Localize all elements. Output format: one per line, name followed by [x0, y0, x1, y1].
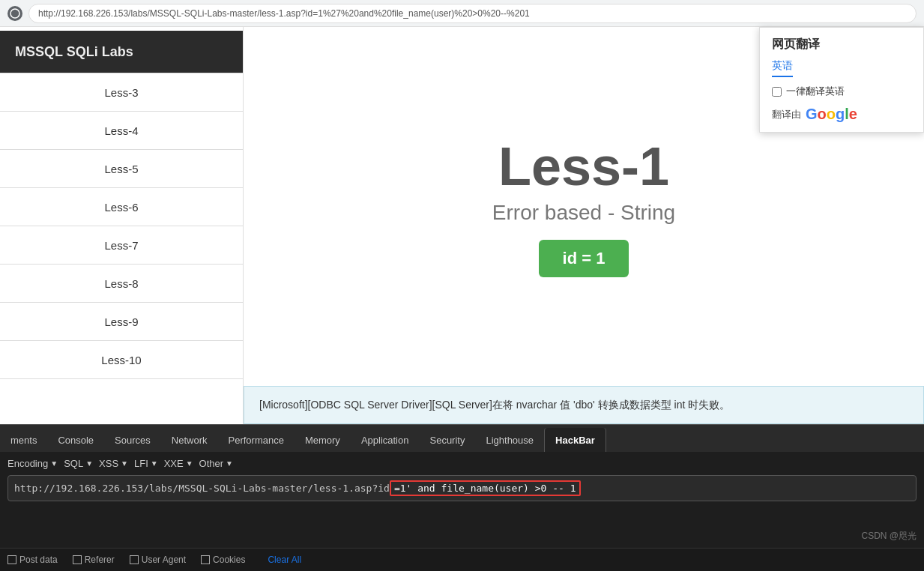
translate-checkbox[interactable]	[772, 87, 782, 97]
hackbar-url-row[interactable]: http://192.168.226.153/labs/MSSQL-SQLi-L…	[7, 475, 917, 501]
lfi-dropdown-arrow: ▼	[151, 459, 158, 468]
clear-all-button[interactable]: Clear All	[268, 555, 301, 565]
xss-dropdown-arrow: ▼	[121, 459, 128, 468]
referer-checkbox[interactable]	[73, 555, 82, 564]
translate-title: 网页翻译	[772, 37, 911, 52]
sidebar-item-less5[interactable]: Less-5	[0, 149, 243, 188]
hackbar-url-highlight[interactable]: =1' and file_name(user) >0 -- 1	[390, 480, 581, 496]
browser-icon	[7, 6, 22, 21]
sql-button[interactable]: SQL ▼	[64, 458, 93, 469]
translate-by-row: 翻译由 Google	[772, 106, 911, 123]
user-agent-checkbox[interactable]	[130, 555, 139, 564]
error-message: [Microsoft][ODBC SQL Server Driver][SQL …	[259, 399, 730, 411]
sidebar-item-less9[interactable]: Less-9	[0, 302, 243, 341]
lesson-title: Less-1	[498, 136, 669, 197]
xxe-dropdown-arrow: ▼	[186, 459, 193, 468]
devtools-panel: ments Console Sources Network Performanc…	[0, 424, 924, 571]
sidebar-item-less3[interactable]: Less-3	[0, 73, 243, 112]
cookies-label: Cookies	[213, 555, 245, 565]
referer-label: Referer	[85, 555, 115, 565]
sidebar-item-less8[interactable]: Less-8	[0, 264, 243, 303]
hackbar-footer: Post data Referer User Agent Cookies Cle…	[0, 548, 924, 571]
error-box: [Microsoft][ODBC SQL Server Driver][SQL …	[244, 386, 924, 424]
hackbar-panel: Encoding ▼ SQL ▼ XSS ▼ LFI ▼ XXE ▼ Other…	[0, 452, 924, 507]
watermark: CSDN @咫光	[861, 530, 917, 543]
lesson-subtitle: Error based - String	[492, 201, 675, 225]
svg-point-0	[10, 9, 19, 18]
hackbar-url-prefix: http://192.168.226.153/labs/MSSQL-SQLi-L…	[14, 483, 390, 494]
translate-by-label: 翻译由	[772, 108, 801, 121]
tab-security[interactable]: Security	[419, 428, 475, 452]
tab-memory[interactable]: Memory	[295, 428, 351, 452]
hackbar-toolbar: Encoding ▼ SQL ▼ XSS ▼ LFI ▼ XXE ▼ Other…	[7, 458, 917, 469]
app-title: MSSQL SQLi Labs	[15, 44, 133, 60]
tab-network[interactable]: Network	[161, 428, 218, 452]
encoding-dropdown-arrow: ▼	[50, 459, 58, 468]
devtools-tabs: ments Console Sources Network Performanc…	[0, 425, 924, 452]
post-data-checkbox[interactable]	[7, 555, 16, 564]
other-button[interactable]: Other ▼	[199, 458, 233, 469]
sidebar: MSSQL SQLi Labs Less-3 Less-4 Less-5 Les…	[0, 27, 244, 424]
user-agent-label: User Agent	[142, 555, 186, 565]
google-logo: Google	[806, 106, 857, 123]
xxe-button[interactable]: XXE ▼	[164, 458, 193, 469]
lesson-badge: id = 1	[539, 240, 629, 277]
translate-checkbox-row: 一律翻译英语	[772, 85, 911, 98]
encoding-button[interactable]: Encoding ▼	[7, 458, 58, 469]
tab-console[interactable]: Console	[47, 428, 104, 452]
post-data-item: Post data	[7, 555, 58, 565]
sql-dropdown-arrow: ▼	[85, 459, 93, 468]
lfi-button[interactable]: LFI ▼	[134, 458, 158, 469]
sidebar-item-less10[interactable]: Less-10	[0, 340, 243, 379]
app-header: MSSQL SQLi Labs	[0, 31, 243, 73]
tab-performance[interactable]: Performance	[218, 428, 295, 452]
user-agent-item: User Agent	[130, 555, 186, 565]
cookies-item: Cookies	[201, 555, 245, 565]
tab-application[interactable]: Application	[351, 428, 420, 452]
translate-checkbox-label: 一律翻译英语	[786, 85, 845, 98]
sidebar-item-less4[interactable]: Less-4	[0, 111, 243, 150]
translate-language[interactable]: 英语	[772, 59, 793, 77]
sidebar-item-less6[interactable]: Less-6	[0, 187, 243, 226]
browser-bar: http://192.168.226.153/labs/MSSQL-SQLi-L…	[0, 0, 924, 27]
sidebar-item-less7[interactable]: Less-7	[0, 226, 243, 265]
translate-popup: 网页翻译 英语 一律翻译英语 翻译由 Google	[759, 27, 924, 133]
referer-item: Referer	[73, 555, 115, 565]
url-text: http://192.168.226.153/labs/MSSQL-SQLi-L…	[38, 8, 530, 19]
tab-lighthouse[interactable]: Lighthouse	[475, 428, 544, 452]
tab-hackbar[interactable]: HackBar	[544, 428, 606, 452]
url-bar[interactable]: http://192.168.226.153/labs/MSSQL-SQLi-L…	[28, 4, 917, 23]
post-data-label: Post data	[19, 555, 58, 565]
cookies-checkbox[interactable]	[201, 555, 210, 564]
tab-sources[interactable]: Sources	[104, 428, 161, 452]
tab-elements[interactable]: ments	[0, 428, 47, 452]
other-dropdown-arrow: ▼	[226, 459, 233, 468]
xss-button[interactable]: XSS ▼	[99, 458, 128, 469]
